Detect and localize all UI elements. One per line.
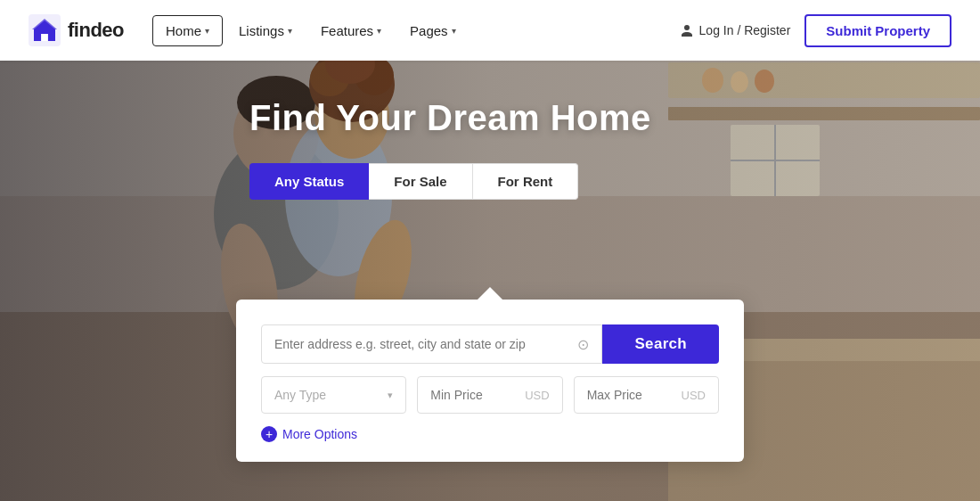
filter-row: Any Type ▾ Any Type House Apartment Cond…: [261, 376, 719, 414]
chevron-down-icon: ▾: [205, 26, 209, 36]
nav-item-pages[interactable]: Pages ▾: [397, 16, 469, 45]
card-pointer: [478, 287, 502, 300]
type-select-wrap[interactable]: Any Type ▾ Any Type House Apartment Cond…: [261, 376, 406, 414]
nav-links: Home ▾ Listings ▾ Features ▾ Pages ▾: [152, 15, 680, 46]
logo[interactable]: findeo: [29, 14, 124, 46]
search-row: ⊙ Search: [261, 324, 719, 364]
nav-right: Log In / Register Submit Property: [680, 14, 951, 47]
logo-text: findeo: [68, 19, 124, 42]
logo-icon: [29, 14, 61, 46]
more-options-button[interactable]: + More Options: [261, 426, 719, 442]
address-input[interactable]: [274, 325, 577, 363]
status-tabs: Any Status For Sale For Rent: [249, 163, 578, 200]
nav-item-home[interactable]: Home ▾: [152, 15, 223, 46]
search-input-wrap: ⊙: [261, 324, 602, 364]
chevron-down-icon: ▾: [452, 26, 456, 36]
nav-pages-label: Pages: [410, 23, 448, 38]
status-tab-rent[interactable]: For Rent: [473, 163, 579, 200]
more-options-label: More Options: [282, 427, 357, 441]
hero-title: Find Your Dream Home: [249, 98, 651, 138]
nav-listings-label: Listings: [239, 23, 284, 38]
nav-item-listings[interactable]: Listings ▾: [226, 16, 305, 45]
nav-item-features[interactable]: Features ▾: [308, 16, 394, 45]
max-price-unit: USD: [682, 389, 706, 402]
nav-home-label: Home: [166, 23, 201, 38]
chevron-down-icon: ▾: [288, 26, 292, 36]
status-tab-sale[interactable]: For Sale: [369, 163, 472, 200]
plus-circle-icon: +: [261, 426, 277, 442]
nav-features-label: Features: [321, 23, 373, 38]
status-tab-any[interactable]: Any Status: [249, 163, 369, 200]
search-card: ⊙ Search Any Type ▾ Any Type House Apart…: [236, 300, 744, 462]
login-label: Log In / Register: [699, 23, 791, 37]
navbar: findeo Home ▾ Listings ▾ Features ▾ Page…: [0, 0, 980, 61]
min-price-wrap: USD: [417, 376, 562, 414]
search-button[interactable]: Search: [602, 324, 719, 364]
min-price-input[interactable]: [430, 377, 525, 413]
submit-property-button[interactable]: Submit Property: [804, 14, 951, 47]
max-price-input[interactable]: [587, 377, 682, 413]
location-icon: ⊙: [577, 336, 589, 353]
user-icon: [680, 23, 694, 37]
min-price-unit: USD: [525, 389, 549, 402]
login-button[interactable]: Log In / Register: [680, 23, 791, 37]
max-price-wrap: USD: [574, 376, 719, 414]
chevron-down-icon: ▾: [377, 26, 381, 36]
svg-rect-1: [42, 34, 47, 41]
